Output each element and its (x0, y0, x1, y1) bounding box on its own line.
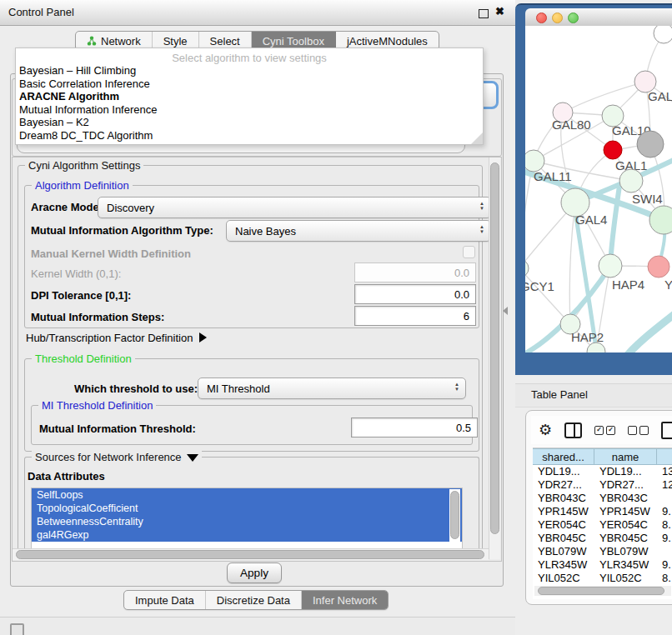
table-cell[interactable] (657, 545, 672, 558)
algorithm-option[interactable]: Dream8 DC_TDC Algorithm (16, 129, 483, 142)
columns-icon[interactable] (564, 422, 582, 438)
settings-vertical-scrollbar[interactable] (489, 158, 500, 559)
network-node[interactable] (525, 259, 529, 278)
settings-scrollpane: Cyni Algorithm Settings Algorithm Defini… (12, 157, 502, 562)
tab-label: Style (163, 35, 188, 48)
table-row[interactable]: YDR27...YDR27...12 (533, 478, 672, 492)
mi-steps-field[interactable]: 6 (354, 306, 476, 326)
algorithm-option[interactable]: Bayesian – Hill Climbing (16, 64, 483, 78)
table-row[interactable]: YPR145WYPR145W9. (533, 505, 672, 518)
table-cell[interactable]: YIL052C (533, 572, 594, 585)
dpi-tolerance-field[interactable]: 0.0 (354, 284, 476, 304)
aracne-mode-select[interactable]: Discovery ▲▼ (98, 197, 491, 218)
table-cell[interactable]: YDL19... (594, 465, 657, 478)
table-row[interactable]: YBR043CYBR043C (533, 492, 672, 505)
select-all-icon[interactable]: ✓✓ (594, 426, 615, 435)
column-header[interactable] (657, 448, 672, 465)
column-header[interactable]: name (594, 448, 657, 465)
data-attribute-item[interactable]: TopologicalCoefficient (32, 502, 462, 515)
settings-horizontal-scrollbar[interactable] (13, 548, 489, 560)
table-row[interactable]: YBR045CYBR045C9. (533, 532, 672, 545)
network-node[interactable] (604, 141, 622, 159)
dropdown-placeholder: Select algorithm to view settings (16, 48, 483, 64)
network-node[interactable] (599, 254, 622, 278)
table-cell[interactable]: 8. (657, 572, 672, 585)
table-cell[interactable]: 12 (657, 478, 672, 492)
close-icon[interactable]: ✖ (495, 5, 504, 18)
column-header[interactable]: shared... (533, 448, 594, 465)
close-traffic-light-icon[interactable] (536, 12, 547, 23)
algorithm-option[interactable]: Basic Correlation Inference (16, 78, 483, 91)
network-node[interactable] (637, 131, 664, 158)
scrollbar-thumb[interactable] (538, 587, 664, 595)
hub-definition-toggle[interactable]: Hub/Transcription Factor Definition (26, 332, 207, 344)
data-attribute-item[interactable]: BetweennessCentrality (32, 515, 462, 528)
network-node[interactable] (649, 206, 672, 234)
scrollbar-thumb[interactable] (490, 162, 499, 534)
table-cell[interactable]: YBR043C (533, 492, 594, 505)
algorithm-option[interactable]: Mutual Information Inference (16, 103, 483, 117)
scrollbar-thumb[interactable] (16, 550, 484, 559)
table-cell[interactable]: YPR145W (594, 505, 657, 518)
table-cell[interactable]: YER054C (594, 518, 657, 532)
table-cell[interactable]: YBL079W (533, 545, 594, 558)
manual-kernel-checkbox[interactable] (463, 246, 475, 258)
minimize-traffic-light-icon[interactable] (552, 12, 563, 23)
node-label: GAL4 (575, 212, 607, 227)
table-cell[interactable]: YER054C (533, 518, 594, 532)
apply-button[interactable]: Apply (227, 562, 282, 583)
network-node[interactable] (648, 256, 669, 278)
table-cell[interactable]: YLR345W (594, 558, 657, 572)
algorithm-option[interactable]: Bayesian – K2 (16, 116, 483, 129)
table-cell[interactable]: YDR27... (594, 478, 657, 492)
table-cell[interactable]: 13 (657, 465, 672, 478)
table-cell[interactable]: YLR345W (533, 558, 594, 572)
node-label: GAL80 (552, 118, 591, 132)
table-cell[interactable]: YDL19... (533, 465, 594, 478)
deselect-all-icon[interactable] (628, 426, 649, 435)
gear-icon[interactable]: ⚙ (539, 422, 552, 438)
network-window-titlebar[interactable] (525, 8, 672, 27)
zoom-traffic-light-icon[interactable] (568, 12, 579, 23)
tab-infer-network[interactable]: Infer Network (302, 591, 388, 609)
kernel-width-field[interactable]: 0.0 (354, 262, 476, 282)
mi-algorithm-type-select[interactable]: Naive Bayes ▲▼ (226, 220, 491, 242)
kernel-width-label: Kernel Width (0,1): (31, 268, 121, 280)
scrollbar-thumb[interactable] (450, 491, 459, 539)
sources-title[interactable]: Sources for Network Inference (32, 451, 202, 463)
table-cell[interactable]: 8. (657, 518, 672, 532)
table-row[interactable]: YDL19...YDL19...13 (533, 465, 672, 478)
data-attribute-item[interactable]: SelfLoops (32, 488, 462, 502)
table-cell[interactable]: 9. (657, 505, 672, 518)
panel-corner-icon[interactable] (10, 623, 24, 635)
network-canvas[interactable]: GALGAL80GAL10GAL1GAL11SWI4GAL4GCY1HAP4YH… (525, 26, 672, 352)
panel-splitter-handle[interactable] (503, 307, 508, 315)
network-node[interactable] (619, 169, 643, 192)
table-row[interactable]: YLR345WYLR345W9. (533, 558, 672, 572)
tab-impute-data[interactable]: Impute Data (124, 591, 206, 609)
data-attribute-item[interactable]: gal4RGexp (32, 528, 462, 542)
stepper-arrows-icon: ▲▼ (479, 201, 484, 211)
table-row[interactable]: YER054CYER054C8. (533, 518, 672, 532)
float-window-icon[interactable] (479, 9, 489, 18)
algorithm-option[interactable]: ARACNE Algorithm (16, 90, 483, 103)
table-cell[interactable]: YBR043C (594, 492, 657, 505)
table-row[interactable]: YBL079WYBL079W (533, 545, 672, 558)
network-node[interactable] (654, 26, 672, 43)
tab-discretize-data[interactable]: Discretize Data (206, 591, 302, 609)
table-cell[interactable]: YBR045C (594, 532, 657, 545)
which-threshold-select[interactable]: MI Threshold ▲▼ (198, 378, 466, 399)
table-cell[interactable]: YBR045C (533, 532, 594, 545)
table-cell[interactable]: YBL079W (594, 545, 657, 558)
table-horizontal-scrollbar[interactable] (534, 586, 671, 596)
new-table-icon[interactable] (661, 422, 672, 439)
table-cell[interactable]: YIL052C (594, 572, 657, 585)
table-row[interactable]: YIL052CYIL052C8. (533, 572, 672, 585)
table-cell[interactable]: 9. (657, 532, 672, 545)
mi-threshold-field[interactable]: 0.5 (351, 418, 478, 438)
table-cell[interactable]: YPR145W (533, 505, 594, 518)
table-cell[interactable]: YDR27... (533, 478, 594, 492)
table-cell[interactable] (657, 492, 672, 505)
attribute-list-scrollbar[interactable] (449, 489, 460, 546)
table-cell[interactable]: 9. (657, 558, 672, 572)
